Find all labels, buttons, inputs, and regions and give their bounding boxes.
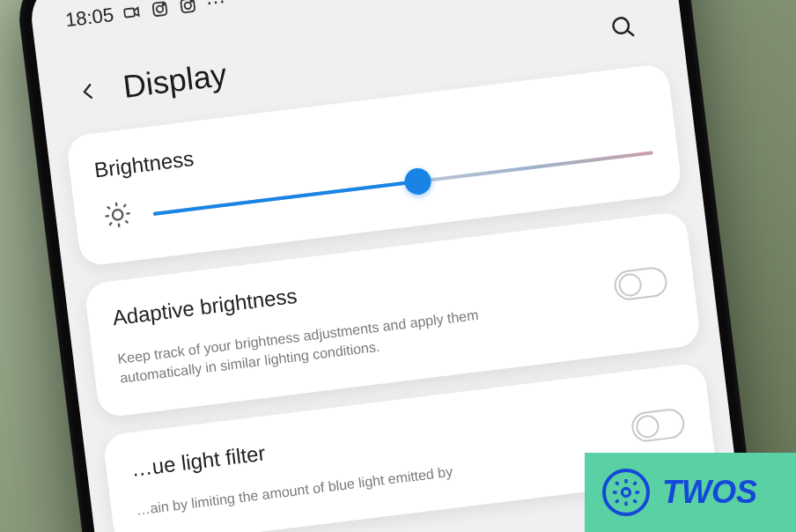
svg-line-13 [106,216,109,217]
brightness-sun-icon [99,198,138,239]
svg-line-16 [125,220,128,223]
slider-thumb[interactable] [403,166,432,196]
svg-line-18 [123,204,126,207]
svg-rect-1 [152,2,166,16]
svg-point-5 [184,2,191,9]
svg-line-17 [109,223,112,225]
search-button[interactable] [602,6,645,49]
svg-point-10 [112,210,123,221]
svg-rect-0 [124,8,135,17]
svg-point-19 [623,489,630,497]
svg-line-11 [116,203,117,206]
back-button[interactable] [67,70,110,113]
slider-track-fill [153,180,418,216]
svg-point-3 [163,4,165,5]
search-icon [608,13,638,42]
adaptive-brightness-toggle[interactable] [613,266,669,302]
svg-line-15 [107,206,110,209]
chevron-left-icon [77,76,100,107]
gear-icon [602,469,650,516]
video-call-icon [122,2,144,24]
svg-line-12 [119,224,120,227]
instagram-icon [177,0,199,17]
watermark-overlay: TWOS [585,453,796,532]
more-notifications-icon: ⋯ [205,0,229,15]
page-title: Display [121,56,228,106]
status-time: 18:05 [64,4,115,33]
svg-line-9 [627,30,633,36]
svg-point-6 [190,0,192,2]
svg-point-2 [157,5,164,12]
instagram-icon [149,0,171,20]
svg-line-14 [126,213,129,214]
watermark-brand: TWOS [662,474,757,511]
